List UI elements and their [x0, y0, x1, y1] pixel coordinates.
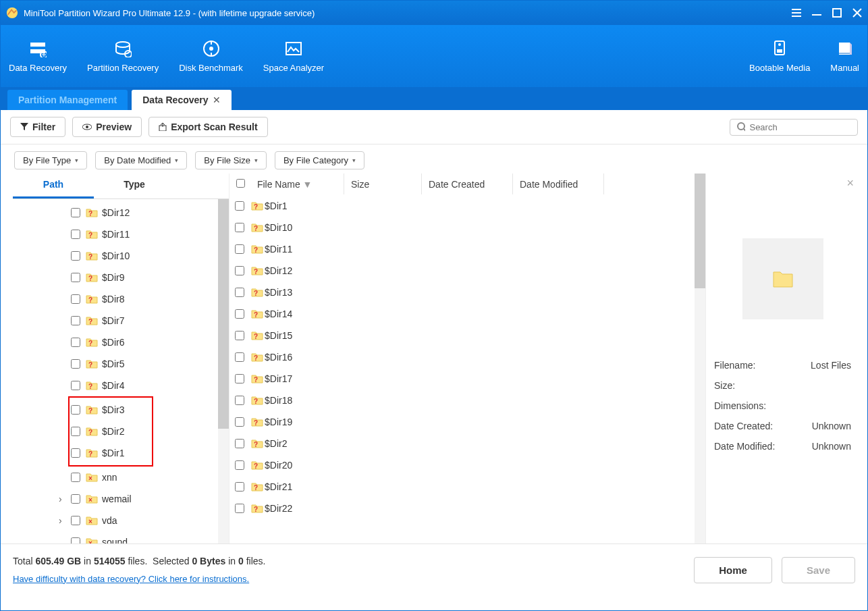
filter-by-file-size[interactable]: By File Size ▸: [195, 151, 267, 169]
file-checkbox[interactable]: [235, 417, 244, 427]
close-button[interactable]: [852, 8, 862, 18]
export-button[interactable]: Export Scan Result: [148, 117, 267, 137]
file-row[interactable]: ?$Dir22: [229, 498, 695, 519]
filter-by-file-type[interactable]: By File Type ▸: [14, 151, 87, 169]
file-row[interactable]: ?$Dir2: [229, 433, 695, 454]
file-row[interactable]: ?$Dir13: [229, 282, 695, 303]
menu-icon[interactable]: [792, 8, 801, 18]
file-row[interactable]: ?$Dir17: [229, 368, 695, 390]
close-tab-icon[interactable]: ✕: [213, 95, 221, 105]
filter-button[interactable]: Filter: [10, 117, 65, 137]
help-link[interactable]: Have difficulty with data recovery? Clic…: [13, 574, 249, 584]
expand-icon[interactable]: ›: [59, 515, 68, 526]
file-row[interactable]: ?$Dir20: [229, 454, 695, 476]
search-input[interactable]: [749, 122, 850, 132]
folder-icon: ?: [251, 244, 263, 254]
tree-node[interactable]: ×sound: [13, 531, 229, 543]
treetab-type[interactable]: Type: [94, 174, 175, 198]
file-row[interactable]: ?$Dir12: [229, 260, 695, 282]
tree-checkbox[interactable]: [71, 405, 80, 415]
file-checkbox[interactable]: [235, 288, 244, 297]
tree-checkbox[interactable]: [71, 208, 80, 217]
file-checkbox[interactable]: [235, 309, 244, 319]
tree-checkbox[interactable]: [71, 448, 80, 458]
filter-by-file-category[interactable]: By File Category ▸: [275, 151, 364, 169]
file-checkbox[interactable]: [235, 374, 244, 383]
tree-node[interactable]: ?$Dir8: [13, 288, 229, 310]
file-checkbox[interactable]: [235, 482, 244, 492]
tree-checkbox[interactable]: [71, 316, 80, 325]
toolbar-space-analyzer[interactable]: Space Analyzer: [263, 40, 324, 73]
preview-button[interactable]: Preview: [72, 117, 142, 137]
file-checkbox[interactable]: [235, 460, 244, 470]
file-checkbox[interactable]: [235, 201, 244, 211]
col-filename[interactable]: File Name ▼: [229, 174, 344, 194]
tree-checkbox[interactable]: [71, 381, 80, 390]
toolbar-disk-benchmark[interactable]: Disk Benchmark: [179, 40, 243, 73]
minimize-button[interactable]: [812, 8, 821, 18]
file-checkbox[interactable]: [235, 331, 244, 340]
tree-node[interactable]: ?$Dir5: [13, 353, 229, 375]
tree-node[interactable]: ?$Dir9: [13, 267, 229, 288]
tree-checkbox[interactable]: [71, 294, 80, 304]
tree-node[interactable]: ?$Dir1: [70, 442, 152, 464]
filter-by-date-modified[interactable]: By Date Modified ▸: [95, 151, 187, 169]
tree-node[interactable]: ?$Dir2: [70, 421, 152, 442]
tree-node[interactable]: ?$Dir3: [70, 399, 152, 421]
tree-node[interactable]: ?$Dir7: [13, 310, 229, 331]
tree-checkbox[interactable]: [71, 251, 80, 261]
file-row[interactable]: ?$Dir10: [229, 217, 695, 238]
file-checkbox[interactable]: [235, 439, 244, 448]
maximize-button[interactable]: [832, 8, 842, 18]
tree-node[interactable]: ›×vda: [13, 510, 229, 531]
tree-node[interactable]: ?$Dir4: [13, 375, 229, 396]
tree-checkbox[interactable]: [71, 359, 80, 369]
tree-checkbox[interactable]: [71, 516, 80, 525]
col-date-modified[interactable]: Date Modified: [513, 174, 604, 194]
tree-checkbox[interactable]: [71, 494, 80, 504]
file-checkbox[interactable]: [235, 223, 244, 232]
file-row[interactable]: ?$Dir19: [229, 411, 695, 433]
tree-node[interactable]: ?$Dir6: [13, 331, 229, 353]
file-row[interactable]: ?$Dir15: [229, 325, 695, 346]
tree-node[interactable]: ?$Dir11: [13, 223, 229, 245]
tree-node[interactable]: ?$Dir10: [13, 245, 229, 267]
file-checkbox[interactable]: [235, 244, 244, 254]
file-checkbox[interactable]: [235, 504, 244, 513]
file-checkbox[interactable]: [235, 266, 244, 275]
expand-icon[interactable]: ›: [59, 494, 68, 504]
toolbar-data-recovery[interactable]: Data Recovery: [9, 40, 67, 73]
file-row[interactable]: ?$Dir11: [229, 238, 695, 260]
treetab-path[interactable]: Path: [13, 174, 94, 198]
tab-data-recovery[interactable]: Data Recovery ✕: [132, 90, 231, 110]
tree-checkbox[interactable]: [71, 338, 80, 347]
toolbar-partition-recovery[interactable]: Partition Recovery: [87, 40, 159, 73]
toolbar-manual[interactable]: Manual: [830, 40, 859, 73]
file-checkbox[interactable]: [235, 352, 244, 362]
tree-node[interactable]: ×xnn: [13, 467, 229, 488]
file-row[interactable]: ?$Dir18: [229, 390, 695, 411]
toolbar-bootable-media[interactable]: Bootable Media: [749, 40, 810, 73]
file-row[interactable]: ?$Dir21: [229, 476, 695, 498]
list-scrollbar[interactable]: [695, 174, 705, 543]
file-row[interactable]: ?$Dir1: [229, 195, 695, 217]
file-row[interactable]: ?$Dir14: [229, 303, 695, 325]
home-button[interactable]: Home: [694, 557, 772, 583]
tree-checkbox[interactable]: [71, 427, 80, 436]
tree-scrollbar[interactable]: [218, 199, 229, 543]
save-button[interactable]: Save: [782, 557, 855, 583]
tree-checkbox[interactable]: [71, 230, 80, 239]
tree-node[interactable]: ?$Dir12: [13, 202, 229, 223]
search-box[interactable]: [730, 119, 858, 136]
tree-checkbox[interactable]: [71, 473, 80, 482]
file-checkbox[interactable]: [235, 396, 244, 405]
file-row[interactable]: ?$Dir16: [229, 346, 695, 368]
tab-partition-management[interactable]: Partition Management: [7, 90, 128, 110]
tree-checkbox[interactable]: [71, 537, 80, 543]
tree-node[interactable]: ›×wemail: [13, 488, 229, 510]
tree-checkbox[interactable]: [71, 273, 80, 282]
close-preview-icon[interactable]: ×: [846, 176, 854, 190]
col-size[interactable]: Size: [344, 174, 422, 194]
col-date-created[interactable]: Date Created: [422, 174, 513, 194]
select-all-checkbox[interactable]: [236, 179, 245, 188]
